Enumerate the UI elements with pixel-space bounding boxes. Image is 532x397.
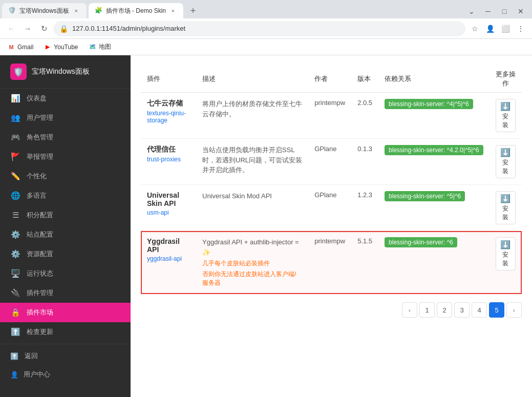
tab-1-close[interactable]: × [72,7,80,15]
install-label: 安装 [500,204,511,222]
install-button-usm-api[interactable]: ⬇️ 安装 [496,191,516,224]
sidebar-item-resource-config-label: 资源配置 [27,249,53,259]
sidebar-item-points-config-label: 积分配置 [27,211,53,220]
plugin-version-cell: 2.0.5 [351,93,378,139]
user-center-icon: 👤 [10,371,18,379]
page-button-2[interactable]: 2 [437,302,452,318]
sidebar-item-run-status[interactable]: 🖥️ 运行状态 [0,264,131,283]
sidebar-item-plugin-mgmt[interactable]: 🔌 插件管理 [0,283,131,303]
sidebar-item-run-status-label: 运行状态 [27,269,53,278]
bookmark-maps-label: 地图 [99,43,111,51]
plugin-action-cell: ⬇️ 安装 [490,139,522,185]
sidebar-item-plugin-market-label: 插件市场 [27,308,53,317]
download-icon: ⬇️ [500,101,510,111]
next-page-button[interactable]: › [506,302,522,318]
sidebar-item-resource-config[interactable]: ⚙️ 资源配置 [0,244,131,264]
plugin-desc-cell: Yggdrasil API + authlib-injector = ✨ 几乎每… [196,231,308,294]
sidebar-item-user-mgmt[interactable]: 👥 用户管理 [0,108,131,128]
col-action: 更多操作 [490,66,522,93]
plugin-name-sub: usm-api [147,209,190,216]
nav-right: ☆ 👤 ⬜ ⋮ [467,22,528,36]
sidebar-item-points-config[interactable]: ☰ 积分配置 [0,205,131,225]
close-window-button[interactable]: ✕ [514,4,528,18]
tab-bar: 🛡️ 宝塔Windows面板 × 🧩 插件市场 - Demo Skin × + … [0,0,532,18]
personalize-icon: ✏️ [10,172,20,181]
new-tab-button[interactable]: + [185,3,201,18]
bookmark-youtube[interactable]: ▶ YouTube [40,42,81,52]
download-icon: ⬇️ [500,194,510,203]
tab-2[interactable]: 🧩 插件市场 - Demo Skin × [89,3,183,18]
plugin-name-cell: Yggdrasil API yggdrasil-api [141,231,196,294]
address-bar[interactable]: 🔒 127.0.0.1:11451/admin/plugins/market [53,21,465,36]
bookmark-star-button[interactable]: ☆ [467,22,482,36]
sidebar-item-plugin-market[interactable]: 🔒 插件市场 [0,303,131,322]
sidebar-item-check-update[interactable]: ⬆️ 检查更新 [0,322,131,342]
forward-button[interactable]: → [20,22,35,36]
logo-text: 宝塔Windows面板 [32,67,90,76]
install-label: 安装 [500,250,511,268]
tab-2-favicon: 🧩 [95,7,103,15]
back-button[interactable]: ← [4,22,18,36]
col-version: 版本 [351,66,378,93]
menu-button[interactable]: ⋮ [514,22,528,36]
sidebar-item-dashboard[interactable]: 📊 仪表盘 [0,89,131,108]
col-dependency: 依赖关系 [378,66,490,93]
sidebar-item-personalize[interactable]: ✏️ 个性化 [0,166,131,186]
sidebar-item-personalize-label: 个性化 [27,172,47,181]
tab-1-title: 宝塔Windows面板 [19,7,69,15]
bookmark-maps[interactable]: 🗺️ 地图 [86,41,114,52]
dependency-badge: blessing-skin-server: ^5|^6 [385,191,465,201]
sidebar-back[interactable]: ⬆️ 返回 [0,346,131,366]
page-button-1[interactable]: 1 [419,302,435,318]
sidebar-back-label: 返回 [25,351,38,361]
plugin-name-main: Yggdrasil API [147,237,190,254]
sidebar-user-center[interactable]: 👤 用户中心 [0,366,131,383]
secure-icon: 🔒 [59,25,68,33]
bookmarks-bar: M Gmail ▶ YouTube 🗺️ 地图 [0,39,532,55]
page-button-5[interactable]: 5 [489,302,504,318]
table-header-row: 插件 描述 作者 版本 依赖关系 更多操作 [141,66,522,93]
install-label: 安装 [500,158,511,176]
prev-page-button[interactable]: ‹ [402,302,417,318]
plugin-desc: 当站点使用负载均衡并开启SSL时，若遇到URL问题，可尝试安装并开启此插件。 [202,145,302,175]
sparkle-icon: ✨ [202,248,210,256]
browser-chrome: 🛡️ 宝塔Windows面板 × 🧩 插件市场 - Demo Skin × + … [0,0,532,55]
sidebar-item-multilang[interactable]: 🌐 多语言 [0,186,131,205]
plugin-author-cell: printempw [308,231,351,294]
plugin-name-main: Universal Skin API [147,191,190,207]
plugin-action-cell: ⬇️ 安装 [490,93,522,139]
sidebar-item-role-mgmt[interactable]: 🎮 角色管理 [0,128,131,147]
sidebar-item-multilang-label: 多语言 [27,191,47,200]
table-row: 代理信任 trust-proxies 当站点使用负载均衡并开启SSL时，若遇到U… [141,139,522,185]
table-row-highlighted: Yggdrasil API yggdrasil-api Yggdrasil AP… [141,231,522,294]
tab-2-close[interactable]: × [169,7,177,15]
page-button-3[interactable]: 3 [454,302,470,318]
extensions-button[interactable]: ⬜ [498,22,513,36]
plugin-author-cell: GPlane [308,139,351,185]
plugin-version-cell: 0.1.3 [351,139,378,185]
page-button-4[interactable]: 4 [472,302,487,318]
profile-button[interactable]: 👤 [483,22,497,36]
install-label: 安装 [500,112,511,130]
site-config-icon: ⚙️ [10,230,20,239]
sidebar: 🛡️ 宝塔Windows面板 📊 仪表盘 👥 用户管理 🎮 角色管理 🚩 举报管… [0,55,131,397]
install-button-qiniu[interactable]: ⬇️ 安装 [496,99,516,132]
tab-list-button[interactable]: ⌄ [464,4,479,18]
minimize-button[interactable]: ─ [481,4,495,18]
reload-button[interactable]: ↻ [37,22,51,36]
plugin-author: printempw [314,237,345,245]
tab-1[interactable]: 🛡️ 宝塔Windows面板 × [2,3,87,18]
install-button-yggdrasil[interactable]: ⬇️ 安装 [496,237,516,270]
plugin-name-sub: textures-qiniu-storage [147,110,190,124]
plugin-name-cell: 代理信任 trust-proxies [141,139,196,185]
install-button-trust-proxies[interactable]: ⬇️ 安装 [496,145,516,178]
table-row: 七牛云存储 textures-qiniu-storage 将用户上传的材质存储文… [141,93,522,139]
plugin-name-main: 七牛云存储 [147,99,190,108]
pagination: ‹ 1 2 3 4 5 › [141,294,522,322]
plugin-action-cell: ⬇️ 安装 [490,185,522,231]
sidebar-item-report-mgmt[interactable]: 🚩 举报管理 [0,147,131,166]
maximize-button[interactable]: □ [497,4,512,18]
bookmark-gmail[interactable]: M Gmail [4,42,36,52]
plugin-version: 5.1.5 [357,237,372,245]
sidebar-item-site-config[interactable]: ⚙️ 站点配置 [0,225,131,244]
